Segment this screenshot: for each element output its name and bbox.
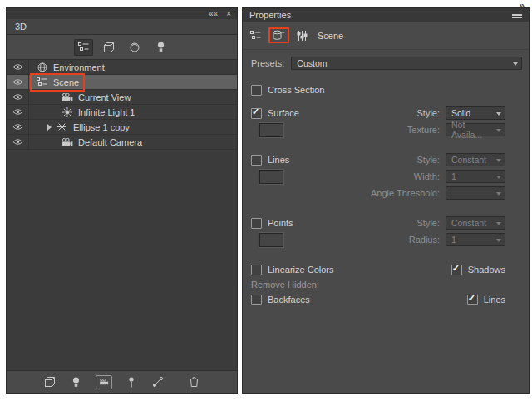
filter-whole-scene-button[interactable] [74,39,93,56]
points-checkbox[interactable] [251,218,262,229]
list-item-label: Ellipse 1 copy [73,122,130,132]
cross-section-settings-button[interactable] [297,31,308,41]
render-settings-button[interactable] [273,30,285,41]
texture-dropdown[interactable]: Not Availa... [446,123,505,136]
properties-toolbar: Scene [243,22,529,50]
trash-icon [190,377,199,387]
properties-panel: Properties Scene Presets: Custom Cross S… [243,8,529,393]
linearize-shadows-row: Linearize Colors Shadows [243,261,529,278]
expand-arrow-icon[interactable] [47,124,52,131]
list-item-infinite-light[interactable]: Infinite Light 1 [7,105,237,120]
axis-icon [153,377,163,387]
panel-title: Properties [249,10,291,20]
remove-hidden-row: Remove Hidden: [243,278,529,291]
surface-color-swatch[interactable] [259,123,283,137]
surface-style-label: Style: [416,108,440,118]
cross-section-row: Cross Section [243,82,529,98]
list-item-current-view[interactable]: Current View [7,90,237,105]
cross-section-checkbox[interactable] [251,85,262,96]
width-dropdown[interactable]: 1 [446,170,505,183]
new-light-button[interactable] [69,375,84,389]
pin-light-icon [128,377,135,388]
width-value: 1 [451,171,456,181]
backfaces-checkbox[interactable] [251,295,262,305]
radius-dropdown[interactable]: 1 [446,233,505,246]
shadows-checkbox[interactable] [451,265,462,275]
points-row: Points Style: Constant [243,215,529,231]
texture-label: Texture: [407,125,440,135]
presets-dropdown[interactable]: Custom [291,57,522,70]
toolbar-scene-label: Scene [318,31,343,41]
linearize-colors-checkbox[interactable] [251,265,262,275]
camera-icon [99,379,109,385]
visibility-eye-icon[interactable] [7,60,29,74]
list-item-label: Current View [78,92,131,102]
list-item-label: Scene [53,77,79,87]
surface-label: Surface [268,108,299,118]
mesh-star-icon [56,122,68,131]
list-item-scene[interactable]: Scene [7,75,237,90]
angle-threshold-label: Angle Threshold: [371,188,440,198]
filter-materials-button[interactable] [126,39,145,56]
lines-checkbox[interactable] [251,155,262,166]
3d-filter-toolbar [7,35,237,59]
points-radius-row: Radius: 1 [243,231,529,248]
visibility-eye-icon[interactable] [7,120,29,134]
list-item-environment[interactable]: Environment [7,60,237,75]
annotation-highlight-render-settings [268,27,289,43]
3d-object-list: Environment Scene Current View [7,59,237,370]
lines-bottom-label: Lines [484,295,505,304]
new-material-button[interactable] [42,375,57,389]
scene-tree-icon [36,77,48,87]
3d-panel-topbar: «« × [7,8,237,19]
surface-style-value: Solid [451,108,470,118]
presets-label: Presets: [251,58,284,68]
lines-width-row: Width: 1 [243,168,529,185]
lines-style-dropdown[interactable]: Constant [446,153,505,166]
presets-value: Custom [297,58,327,68]
3d-panel: «« × 3D [7,8,237,393]
angle-threshold-dropdown[interactable] [446,186,505,200]
width-label: Width: [414,171,440,181]
points-color-swatch[interactable] [259,233,283,247]
texture-value: Not Availa... [451,120,491,140]
radius-label: Radius: [409,235,440,245]
environment-icon [36,62,48,72]
list-item-default-camera[interactable]: Default Camera [7,135,237,150]
delete-button[interactable] [187,375,202,389]
points-style-label: Style: [416,218,440,228]
filter-meshes-button[interactable] [100,39,119,56]
remove-hidden-label: Remove Hidden: [251,280,319,290]
linearize-colors-label: Linearize Colors [268,265,333,275]
presets-row: Presets: Custom [243,55,529,72]
lines-style-value: Constant [451,155,486,165]
points-style-dropdown[interactable]: Constant [446,216,505,230]
collapse-panel-icon[interactable]: «« [209,9,218,19]
scene-tree-button[interactable] [250,31,261,40]
lines-label: Lines [268,155,289,165]
coordinates-button[interactable] [150,375,165,389]
lines-bottom-checkbox[interactable] [467,295,478,305]
visibility-eye-icon[interactable] [7,75,29,89]
cross-section-label: Cross Section [268,85,324,95]
mesh-cube-icon [104,42,114,52]
visibility-eye-icon[interactable] [7,105,29,119]
angle-threshold-row: Angle Threshold: [243,185,529,201]
list-item-ellipse-copy[interactable]: Ellipse 1 copy [7,120,237,135]
3d-panel-tab[interactable]: 3D [7,19,237,35]
lines-color-swatch[interactable] [259,170,283,184]
filter-lights-button[interactable] [151,39,170,56]
visibility-eye-icon[interactable] [7,90,29,104]
points-style-value: Constant [451,218,486,228]
surface-checkbox[interactable] [251,108,262,119]
surface-style-dropdown[interactable]: Solid [446,106,505,120]
backfaces-lines-row: Backfaces Lines [243,291,529,308]
close-panel-icon[interactable]: × [226,9,231,19]
3d-panel-bottom-toolbar [7,370,237,393]
new-camera-button[interactable] [96,375,112,389]
panel-menu-icon[interactable] [512,12,522,19]
light-bulb-icon [157,42,165,52]
point-light-button[interactable] [124,375,139,389]
visibility-eye-icon[interactable] [7,135,29,149]
lines-row: Lines Style: Constant [243,151,529,168]
